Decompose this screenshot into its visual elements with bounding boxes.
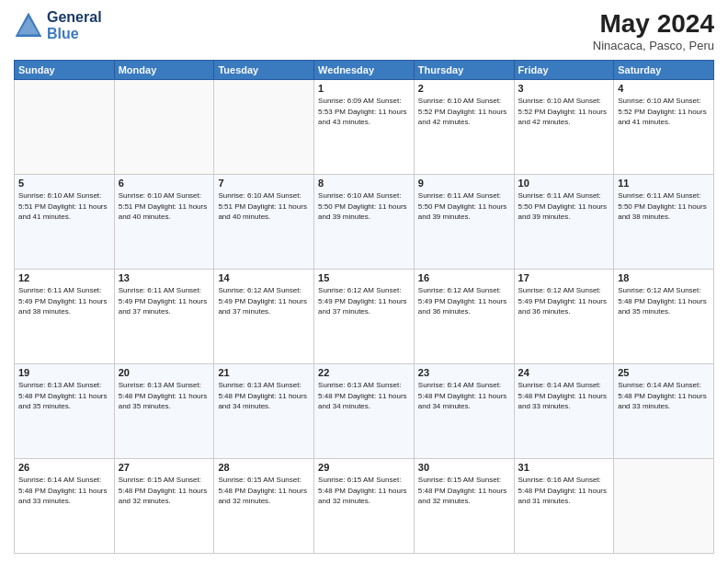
day-info: Sunrise: 6:10 AM Sunset: 5:51 PM Dayligh… [18,190,110,223]
day-number: 6 [119,178,210,189]
day-number: 12 [18,272,110,283]
calendar-cell: 31Sunrise: 6:16 AM Sunset: 5:48 PM Dayli… [514,459,614,554]
month-title: May 2024 [593,9,714,39]
calendar-header-sunday: Sunday [15,61,115,80]
calendar-cell: 11Sunrise: 6:11 AM Sunset: 5:50 PM Dayli… [614,175,714,270]
calendar-cell: 18Sunrise: 6:12 AM Sunset: 5:48 PM Dayli… [614,270,714,364]
logo-icon [14,11,43,40]
calendar-cell: 12Sunrise: 6:11 AM Sunset: 5:49 PM Dayli… [15,270,115,364]
day-number: 17 [518,272,610,283]
day-number: 31 [518,462,610,473]
day-number: 21 [218,367,310,378]
title-block: May 2024 Ninacaca, Pasco, Peru [593,9,714,52]
day-info: Sunrise: 6:09 AM Sunset: 5:53 PM Dayligh… [318,96,410,128]
location: Ninacaca, Pasco, Peru [593,39,714,52]
day-info: Sunrise: 6:15 AM Sunset: 5:48 PM Dayligh… [318,475,410,507]
calendar-cell [15,80,115,175]
day-number: 28 [218,462,310,473]
calendar-cell: 13Sunrise: 6:11 AM Sunset: 5:49 PM Dayli… [114,270,214,364]
day-number: 24 [518,367,610,378]
calendar-cell: 10Sunrise: 6:11 AM Sunset: 5:50 PM Dayli… [514,175,614,270]
day-info: Sunrise: 6:14 AM Sunset: 5:48 PM Dayligh… [418,380,510,412]
day-info: Sunrise: 6:14 AM Sunset: 5:48 PM Dayligh… [618,380,710,412]
calendar-cell: 22Sunrise: 6:13 AM Sunset: 5:48 PM Dayli… [314,364,415,459]
day-info: Sunrise: 6:13 AM Sunset: 5:48 PM Dayligh… [119,380,210,412]
page: General Blue May 2024 Ninacaca, Pasco, P… [0,0,728,563]
calendar-cell: 14Sunrise: 6:12 AM Sunset: 5:49 PM Dayli… [214,270,314,364]
header: General Blue May 2024 Ninacaca, Pasco, P… [14,9,714,52]
day-info: Sunrise: 6:13 AM Sunset: 5:48 PM Dayligh… [318,380,410,412]
calendar-cell: 6Sunrise: 6:10 AM Sunset: 5:51 PM Daylig… [114,175,214,270]
calendar-cell [114,80,214,175]
day-info: Sunrise: 6:10 AM Sunset: 5:52 PM Dayligh… [418,96,510,128]
calendar-cell: 15Sunrise: 6:12 AM Sunset: 5:49 PM Dayli… [314,270,415,364]
day-info: Sunrise: 6:13 AM Sunset: 5:48 PM Dayligh… [218,380,310,412]
calendar-week-5: 26Sunrise: 6:14 AM Sunset: 5:48 PM Dayli… [15,459,714,554]
calendar-cell: 29Sunrise: 6:15 AM Sunset: 5:48 PM Dayli… [314,459,415,554]
calendar-cell: 20Sunrise: 6:13 AM Sunset: 5:48 PM Dayli… [114,364,214,459]
day-number: 9 [418,178,510,189]
day-number: 13 [119,272,210,283]
calendar-header-friday: Friday [514,61,614,80]
calendar-cell: 4Sunrise: 6:10 AM Sunset: 5:52 PM Daylig… [614,80,714,175]
calendar-cell: 5Sunrise: 6:10 AM Sunset: 5:51 PM Daylig… [15,175,115,270]
day-number: 27 [119,462,210,473]
day-number: 11 [618,178,710,189]
calendar-cell: 19Sunrise: 6:13 AM Sunset: 5:48 PM Dayli… [15,364,115,459]
day-info: Sunrise: 6:11 AM Sunset: 5:49 PM Dayligh… [18,285,110,317]
calendar-week-4: 19Sunrise: 6:13 AM Sunset: 5:48 PM Dayli… [15,364,714,459]
calendar-table: SundayMondayTuesdayWednesdayThursdayFrid… [14,60,714,554]
day-number: 16 [418,272,510,283]
day-number: 23 [418,367,510,378]
logo-text: General Blue [47,9,102,41]
calendar-header-monday: Monday [114,61,214,80]
calendar-cell: 17Sunrise: 6:12 AM Sunset: 5:49 PM Dayli… [514,270,614,364]
day-number: 20 [119,367,210,378]
day-info: Sunrise: 6:13 AM Sunset: 5:48 PM Dayligh… [18,380,110,412]
day-info: Sunrise: 6:15 AM Sunset: 5:48 PM Dayligh… [418,475,510,507]
calendar-cell: 24Sunrise: 6:14 AM Sunset: 5:48 PM Dayli… [514,364,614,459]
day-info: Sunrise: 6:11 AM Sunset: 5:49 PM Dayligh… [119,285,210,317]
day-number: 5 [18,178,110,189]
calendar-cell: 25Sunrise: 6:14 AM Sunset: 5:48 PM Dayli… [614,364,714,459]
day-number: 8 [318,178,410,189]
calendar-cell: 27Sunrise: 6:15 AM Sunset: 5:48 PM Dayli… [114,459,214,554]
calendar-cell: 8Sunrise: 6:10 AM Sunset: 5:50 PM Daylig… [314,175,415,270]
day-info: Sunrise: 6:14 AM Sunset: 5:48 PM Dayligh… [518,380,610,412]
day-info: Sunrise: 6:11 AM Sunset: 5:50 PM Dayligh… [418,190,510,223]
calendar-cell [214,80,314,175]
calendar-header-saturday: Saturday [614,61,714,80]
day-info: Sunrise: 6:12 AM Sunset: 5:49 PM Dayligh… [418,285,510,317]
day-info: Sunrise: 6:15 AM Sunset: 5:48 PM Dayligh… [218,475,310,507]
calendar-header-wednesday: Wednesday [314,61,415,80]
calendar-header-tuesday: Tuesday [214,61,314,80]
calendar-header-row: SundayMondayTuesdayWednesdayThursdayFrid… [15,61,714,80]
calendar-header-thursday: Thursday [414,61,514,80]
day-number: 19 [18,367,110,378]
logo: General Blue [14,9,102,41]
day-info: Sunrise: 6:12 AM Sunset: 5:48 PM Dayligh… [618,285,710,317]
calendar-cell: 9Sunrise: 6:11 AM Sunset: 5:50 PM Daylig… [414,175,514,270]
day-info: Sunrise: 6:12 AM Sunset: 5:49 PM Dayligh… [318,285,410,317]
day-number: 30 [418,462,510,473]
day-info: Sunrise: 6:10 AM Sunset: 5:52 PM Dayligh… [518,96,610,128]
day-number: 14 [218,272,310,283]
day-number: 25 [618,367,710,378]
calendar-week-2: 5Sunrise: 6:10 AM Sunset: 5:51 PM Daylig… [15,175,714,270]
calendar-cell: 28Sunrise: 6:15 AM Sunset: 5:48 PM Dayli… [214,459,314,554]
calendar-week-3: 12Sunrise: 6:11 AM Sunset: 5:49 PM Dayli… [15,270,714,364]
calendar-week-1: 1Sunrise: 6:09 AM Sunset: 5:53 PM Daylig… [15,80,714,175]
day-info: Sunrise: 6:10 AM Sunset: 5:52 PM Dayligh… [618,96,710,128]
day-number: 15 [318,272,410,283]
day-number: 7 [218,178,310,189]
day-number: 4 [618,83,710,94]
day-info: Sunrise: 6:12 AM Sunset: 5:49 PM Dayligh… [218,285,310,317]
day-info: Sunrise: 6:10 AM Sunset: 5:51 PM Dayligh… [119,190,210,223]
day-info: Sunrise: 6:16 AM Sunset: 5:48 PM Dayligh… [518,475,610,507]
day-info: Sunrise: 6:14 AM Sunset: 5:48 PM Dayligh… [18,475,110,507]
day-number: 29 [318,462,410,473]
calendar-cell [614,459,714,554]
day-info: Sunrise: 6:10 AM Sunset: 5:51 PM Dayligh… [218,190,310,223]
calendar-cell: 21Sunrise: 6:13 AM Sunset: 5:48 PM Dayli… [214,364,314,459]
calendar-cell: 23Sunrise: 6:14 AM Sunset: 5:48 PM Dayli… [414,364,514,459]
